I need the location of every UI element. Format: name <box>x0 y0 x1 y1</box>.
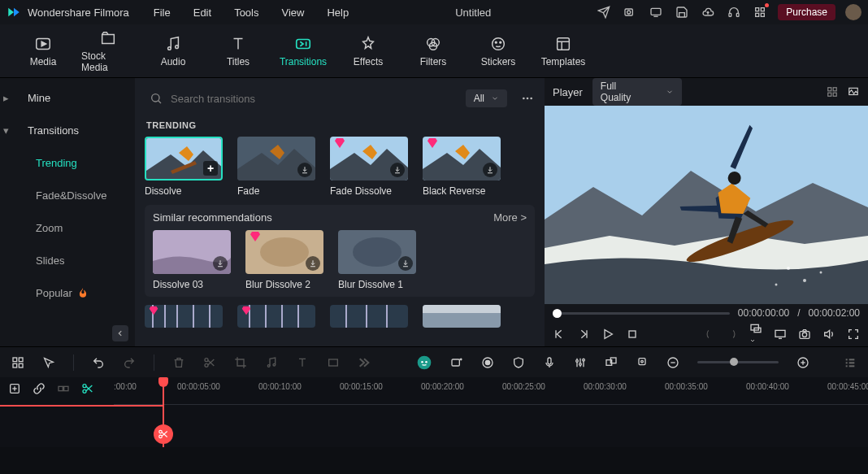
cloud-icon[interactable] <box>701 6 714 19</box>
tab-transitions[interactable]: Transitions <box>276 35 330 67</box>
playhead[interactable] <box>163 377 164 447</box>
adjust-icon[interactable] <box>574 356 587 369</box>
tab-templates[interactable]: Templates <box>536 35 590 67</box>
zoom-slider[interactable] <box>697 361 779 363</box>
undo-icon[interactable] <box>92 356 105 369</box>
prev-frame-icon[interactable] <box>553 328 566 341</box>
scrub-bar[interactable] <box>553 312 730 315</box>
transition-row2-4[interactable] <box>423 305 501 328</box>
sidebar-item-transitions[interactable]: ▾Transitions <box>0 114 135 146</box>
tab-effects[interactable]: Effects <box>341 35 395 67</box>
menu-tools[interactable]: Tools <box>234 7 258 19</box>
download-icon[interactable] <box>297 163 312 177</box>
transition-row2-3[interactable] <box>330 305 408 328</box>
download-icon[interactable] <box>306 256 320 271</box>
sidebar-sub-popular[interactable]: Popular <box>0 276 135 309</box>
transition-blur-dissolve-1[interactable]: Blur Dissolve 1 <box>338 230 416 290</box>
preview-viewport[interactable] <box>545 106 868 304</box>
transition-dissolve[interactable]: + Dissolve <box>145 137 223 197</box>
marker-icon[interactable] <box>636 356 649 369</box>
tab-stickers[interactable]: Stickers <box>471 35 525 67</box>
monitor-icon[interactable] <box>649 6 662 19</box>
transition-dissolve-03[interactable]: Dissolve 03 <box>153 230 231 290</box>
crop-icon[interactable] <box>234 356 247 369</box>
timeline-ruler[interactable]: :00:00 00:00:05:00 00:00:10:00 00:00:15:… <box>114 377 868 405</box>
aspect-icon[interactable] <box>327 356 340 369</box>
more-link[interactable]: More > <box>493 211 527 224</box>
purchase-button[interactable]: Purchase <box>778 4 835 20</box>
delete-icon[interactable] <box>172 356 185 369</box>
quality-dropdown[interactable]: Full Quality <box>592 78 682 106</box>
tab-stock-media[interactable]: Stock Media <box>81 29 135 73</box>
sidebar-sub-fade-dissolve[interactable]: Fade&Dissolve <box>0 179 135 211</box>
scissor-icon[interactable] <box>154 424 173 444</box>
download-icon[interactable] <box>398 256 413 271</box>
zoom-out-icon[interactable] <box>666 356 679 369</box>
add-track-icon[interactable] <box>8 382 21 442</box>
download-icon[interactable] <box>483 163 497 177</box>
sidebar-sub-zoom[interactable]: Zoom <box>0 211 135 244</box>
next-frame-icon[interactable] <box>577 328 590 341</box>
mark-in-icon[interactable] <box>704 328 715 341</box>
apps-icon[interactable] <box>753 6 766 19</box>
fullscreen-icon[interactable] <box>847 328 860 341</box>
record-icon[interactable] <box>623 6 636 19</box>
grid-view-icon[interactable] <box>826 86 839 98</box>
search-input[interactable] <box>171 93 458 105</box>
record-tool-icon[interactable] <box>481 356 494 369</box>
snapshot-icon[interactable] <box>798 328 811 341</box>
headphones-icon[interactable] <box>727 6 740 19</box>
menu-edit[interactable]: Edit <box>193 7 211 19</box>
sidebar-item-mine[interactable]: ▸Mine <box>0 81 135 114</box>
enhance-icon[interactable] <box>450 356 463 369</box>
mark-out-icon[interactable] <box>727 328 738 341</box>
tab-titles[interactable]: Titles <box>211 35 265 67</box>
transition-blur-dissolve-2[interactable]: Blur Dissolve 2 <box>245 230 323 290</box>
save-icon[interactable] <box>675 6 688 19</box>
layout-icon[interactable] <box>749 322 762 346</box>
tab-filters[interactable]: Filters <box>406 35 460 67</box>
music-icon[interactable] <box>265 356 278 369</box>
stop-icon[interactable] <box>626 328 639 341</box>
tab-audio[interactable]: Audio <box>146 35 200 67</box>
menu-file[interactable]: File <box>154 7 171 19</box>
transition-row2-2[interactable] <box>237 305 315 328</box>
more-menu-icon[interactable] <box>520 92 535 105</box>
transition-row2-1[interactable] <box>145 305 223 328</box>
transition-black-reverse[interactable]: Black Reverse <box>423 137 501 197</box>
filter-dropdown[interactable]: All <box>466 89 507 107</box>
sidebar-sub-trending[interactable]: Trending <box>0 146 135 179</box>
scope-icon[interactable] <box>847 86 860 98</box>
ripple-icon[interactable] <box>57 382 70 442</box>
volume-icon[interactable] <box>822 328 835 341</box>
send-icon[interactable] <box>597 6 610 19</box>
menu-view[interactable]: View <box>281 7 304 19</box>
group-icon[interactable] <box>605 356 618 369</box>
display-icon[interactable] <box>774 328 787 341</box>
ai-icon[interactable] <box>416 354 432 371</box>
split-icon[interactable] <box>203 356 216 369</box>
sidebar-sub-slides[interactable]: Slides <box>0 244 135 276</box>
menu-help[interactable]: Help <box>327 7 349 19</box>
download-icon[interactable] <box>390 163 405 177</box>
play-icon[interactable] <box>601 328 614 341</box>
cut-tool-icon[interactable] <box>81 382 94 442</box>
text-icon[interactable] <box>296 356 309 369</box>
redo-icon[interactable] <box>123 356 136 369</box>
zoom-in-icon[interactable] <box>796 356 809 369</box>
layout-grid-icon[interactable] <box>11 356 24 369</box>
list-icon[interactable] <box>844 356 857 369</box>
shield-icon[interactable] <box>512 356 525 369</box>
link-icon[interactable] <box>33 382 46 442</box>
transition-fade-dissolve[interactable]: Fade Dissolve <box>330 137 408 197</box>
timeline[interactable]: :00:00 00:00:05:00 00:00:10:00 00:00:15:… <box>0 377 868 447</box>
transition-fade[interactable]: Fade <box>237 137 315 197</box>
add-icon[interactable]: + <box>203 161 218 176</box>
download-icon[interactable] <box>213 256 228 271</box>
overflow-icon[interactable] <box>358 356 371 369</box>
mic-icon[interactable] <box>543 356 556 369</box>
tab-media[interactable]: Media <box>16 35 70 67</box>
avatar[interactable] <box>845 4 861 20</box>
pointer-icon[interactable] <box>42 356 55 369</box>
collapse-sidebar-button[interactable] <box>112 325 128 341</box>
